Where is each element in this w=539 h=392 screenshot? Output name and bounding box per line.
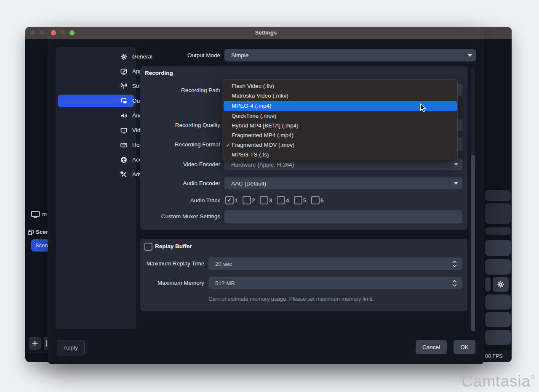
sidebar-item-audio[interactable]: Audio (58, 109, 134, 122)
settings-button[interactable] (485, 312, 511, 327)
start-streaming-button[interactable] (485, 240, 511, 256)
audio-track-3-label: 3 (269, 197, 272, 204)
chevron-down-icon (452, 265, 457, 267)
menu-item-mpeg-ts[interactable]: MPEG-TS (.ts) (224, 150, 457, 160)
sidebar-item-appearance[interactable]: Appearance (58, 65, 134, 78)
audio-track-2-checkbox[interactable] (243, 196, 251, 204)
sidebar-item-output[interactable]: Output (58, 95, 134, 107)
video-encoder-select[interactable]: Hardware (Apple, H.264) (224, 159, 462, 170)
menu-item-label: Matroska Video (.mkv) (232, 93, 288, 99)
trash-icon (46, 340, 47, 347)
statusbar-divider-left (25, 352, 48, 353)
chevron-down-icon (454, 182, 458, 185)
scene-item-label: Scene (35, 239, 48, 252)
scrollbar-thumb[interactable] (471, 155, 475, 331)
recording-format-label: Recording Format (140, 141, 220, 148)
apply-button[interactable]: Apply (57, 340, 85, 355)
audio-track-3-checkbox[interactable] (260, 196, 268, 204)
sidebar-item-accessibility[interactable]: Accessibility (58, 154, 134, 166)
audio-encoder-value: AAC (Default) (231, 177, 266, 189)
max-memory-label: Maximum Memory (126, 280, 204, 286)
audio-icon (120, 112, 127, 119)
advanced-icon (120, 171, 127, 178)
custom-muxer-input[interactable] (224, 210, 462, 223)
screen: m Scenes Scene (0, 0, 539, 392)
sidebar-item-video[interactable]: Video (58, 124, 134, 137)
audio-track-4-label: 4 (286, 197, 289, 204)
max-replay-time-stepper[interactable]: 20 sec (208, 257, 462, 270)
select-divider (449, 160, 450, 169)
audio-track-label: Audio Track (140, 197, 220, 204)
audio-track-6-label: 6 (320, 197, 324, 204)
scenes-icon (28, 229, 34, 237)
output-mode-value: Simple (231, 49, 248, 61)
menu-item-label: Fragmented MP4 (.mp4) (232, 132, 294, 138)
menu-item-fragmented-mp4[interactable]: Fragmented MP4 (.mp4) (224, 130, 457, 140)
audio-track-5-checkbox[interactable] (294, 196, 302, 204)
add-scene-button[interactable] (29, 337, 41, 350)
audio-encoder-select[interactable]: AAC (Default) (224, 177, 462, 189)
max-memory-stepper[interactable]: 512 MB (208, 277, 462, 289)
replay-buffer-title: Replay Buffer (155, 243, 192, 249)
apply-button-label: Apply (64, 344, 78, 351)
recording-path-label: Recording Path (140, 87, 220, 93)
replay-buffer-checkbox[interactable] (144, 243, 152, 251)
audio-track-2-label: 2 (252, 197, 255, 204)
output-mode-select[interactable]: Simple (224, 49, 476, 61)
menu-item-label: MPEG-4 (.mp4) (232, 103, 272, 109)
audio-track-4-checkbox[interactable] (277, 196, 285, 204)
display-source-icon (31, 211, 40, 220)
menu-item-matroska[interactable]: Matroska Video (.mkv) (224, 91, 457, 101)
studio-mode-button[interactable] (485, 294, 511, 310)
custom-muxer-label: Custom Muxer Settings (140, 213, 220, 220)
window-title: Settings (48, 27, 484, 39)
chevron-up-icon (452, 261, 457, 263)
audio-track-1-checkbox[interactable]: ✓ (225, 196, 234, 204)
exit-button[interactable] (485, 330, 511, 345)
sidebar-item-advanced[interactable]: Advanced (58, 168, 134, 181)
output-mode-label: Output Mode (140, 52, 220, 58)
hotkeys-icon (120, 142, 127, 148)
output-icon (120, 98, 127, 104)
watermark-text: Camtasia (462, 373, 531, 390)
scene-list-item[interactable]: Scene (31, 239, 48, 252)
audio-track-6-checkbox[interactable] (311, 196, 320, 204)
recording-quality-label: Recording Quality (140, 122, 220, 128)
sidebar-item-general[interactable]: General (58, 50, 134, 63)
virtual-camera-button[interactable] (485, 277, 491, 291)
appearance-icon (120, 68, 127, 75)
plus-icon (32, 340, 38, 348)
stepper-buttons[interactable] (450, 257, 459, 270)
menu-item-flash-video[interactable]: Flash Video (.flv) (224, 81, 457, 91)
accessibility-icon (120, 156, 127, 163)
select-divider (449, 179, 450, 188)
cancel-button-label: Cancel (422, 344, 440, 350)
close-button[interactable] (51, 30, 56, 35)
sidebar-item-hotkeys[interactable]: Hotkeys (58, 139, 134, 151)
recording-format-menu: Flash Video (.flv) Matroska Video (.mkv)… (222, 79, 458, 160)
chevron-down-icon (468, 54, 472, 57)
ok-button[interactable]: OK (454, 340, 475, 354)
menu-item-label: Flash Video (.flv) (232, 83, 274, 89)
zoom-button[interactable] (69, 30, 75, 35)
memory-usage-note: Cannot estimate memory usage. Please set… (208, 296, 374, 302)
start-recording-button[interactable] (485, 259, 511, 275)
virtual-camera-settings-button[interactable] (493, 277, 509, 292)
background-minimize-button[interactable] (40, 30, 45, 35)
background-close-button[interactable] (30, 30, 35, 35)
chevron-up-icon (452, 280, 457, 283)
audio-track-1-label: 1 (235, 197, 238, 204)
video-encoder-label: Video Encoder (140, 161, 220, 167)
stepper-buttons[interactable] (450, 277, 459, 289)
menu-item-fragmented-mov[interactable]: ✓ Fragmented MOV (.mov) (224, 140, 457, 150)
camtasia-watermark: Camtasia® (462, 373, 535, 390)
minimize-button[interactable] (60, 30, 65, 35)
cancel-button[interactable]: Cancel (416, 340, 447, 354)
source-name-label: m (42, 211, 48, 218)
registered-mark: ® (531, 374, 535, 380)
sidebar-item-stream[interactable]: Stream (58, 80, 134, 93)
ok-button-label: OK (460, 344, 469, 350)
remove-scene-button[interactable] (44, 337, 48, 350)
menu-item-hybrid-mp4[interactable]: Hybrid MP4 [BETA] (.mp4) (224, 121, 457, 131)
gear-icon (120, 53, 127, 60)
